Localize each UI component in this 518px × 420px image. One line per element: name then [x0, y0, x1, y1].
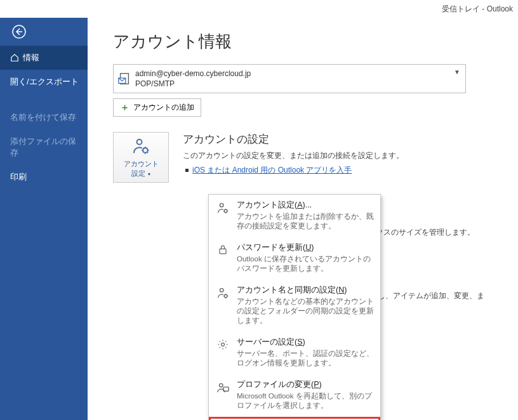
- person-gear-icon: [131, 136, 150, 155]
- profile-icon: [215, 379, 230, 410]
- sidebar-item-info[interactable]: 情報: [0, 46, 88, 70]
- sidebar-item-print[interactable]: 印刷: [0, 165, 88, 189]
- sidebar-item-label: 名前を付けて保存: [10, 112, 76, 123]
- chevron-down-icon: ▼: [454, 69, 460, 75]
- add-account-label: アカウントの追加: [133, 102, 194, 113]
- sidebar-item-label: 情報: [23, 52, 39, 63]
- svg-point-11: [220, 384, 223, 388]
- account-type: POP/SMTP: [135, 79, 251, 89]
- sidebar-item-open-export[interactable]: 開く/エクスポート: [0, 70, 88, 94]
- page-title: アカウント情報: [113, 30, 518, 53]
- plus-icon: ＋: [120, 102, 130, 114]
- sidebar-item-save-attachment: 添付ファイルの保存: [0, 129, 88, 165]
- person-gear-icon: [215, 285, 230, 325]
- lock-icon: [215, 242, 230, 273]
- section-title: アカウントの設定: [183, 132, 404, 147]
- menu-item-account-settings[interactable]: アカウント設定(A)... アカウントを追加または削除するか、既存の接続設定を変…: [209, 195, 380, 237]
- svg-point-9: [224, 294, 227, 298]
- menu-item-change-profile[interactable]: プロファイルの変更(P) Microsoft Outlook を再起動して、別の…: [209, 374, 380, 417]
- outlook-mobile-link[interactable]: iOS または Android 用の Outlook アプリを入手: [192, 165, 352, 176]
- gear-icon: [215, 337, 230, 368]
- person-gear-icon: [215, 200, 230, 231]
- sidebar-item-label: 開く/エクスポート: [10, 76, 79, 88]
- account-email: admin@cyber-demo.cybercloud.jp: [135, 69, 251, 79]
- menu-item-manage-profile[interactable]: プロファイルの管理(O) プロファイルを追加または削除するか、既存のプロファイル…: [209, 417, 380, 420]
- account-selector[interactable]: admin@cyber-demo.cybercloud.jp POP/SMTP …: [113, 64, 466, 93]
- sidebar-item-label: 印刷: [10, 171, 27, 183]
- account-settings-menu: アカウント設定(A)... アカウントを追加または削除するか、既存の接続設定を変…: [208, 194, 381, 420]
- sidebar-item-label: 添付ファイルの保存: [10, 136, 80, 159]
- mail-icon: [114, 72, 135, 86]
- svg-point-8: [220, 289, 223, 292]
- menu-item-server-settings[interactable]: サーバーの設定(S) サーバー名、ポート、認証の設定など、ログオン情報を更新しま…: [209, 332, 380, 374]
- backstage-sidebar: 情報 開く/エクスポート 名前を付けて保存 添付ファイルの保存 印刷: [0, 18, 88, 420]
- svg-point-10: [222, 343, 225, 346]
- svg-point-6: [224, 209, 227, 213]
- menu-item-update-password[interactable]: パスワードを更新(U) Outlook に保存されているアカウントのパスワードを…: [209, 237, 380, 280]
- window-title: 受信トレイ - Outlook: [0, 0, 518, 18]
- svg-point-5: [220, 204, 223, 207]
- back-button[interactable]: [0, 18, 88, 46]
- svg-rect-7: [220, 249, 226, 254]
- add-account-button[interactable]: ＋ アカウントの追加: [113, 98, 201, 117]
- menu-item-account-name-sync[interactable]: アカウント名と同期の設定(N) アカウント名などの基本的なアカウントの設定とフォ…: [209, 280, 380, 332]
- section-desc: このアカウントの設定を変更、または追加の接続を設定します。: [183, 150, 404, 161]
- svg-point-3: [137, 140, 142, 145]
- sidebar-item-saveas: 名前を付けて保存: [0, 105, 88, 129]
- account-settings-button[interactable]: アカウント 設定 ▾: [113, 132, 169, 183]
